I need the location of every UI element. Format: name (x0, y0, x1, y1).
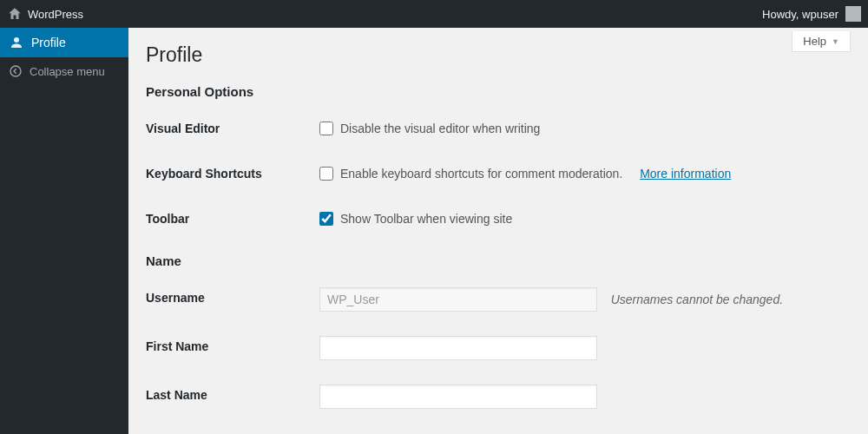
sidebar-item-profile[interactable]: Profile (0, 28, 128, 57)
page-title: Profile (146, 28, 851, 72)
help-label: Help (803, 35, 826, 48)
sidebar-profile-label: Profile (31, 36, 66, 49)
help-tab[interactable]: Help ▼ (792, 31, 851, 52)
section-name: Name (146, 253, 851, 268)
svg-point-0 (10, 66, 21, 76)
collapse-icon (9, 64, 23, 78)
section-personal-options: Personal Options (146, 84, 851, 99)
visual-editor-desc: Disable the visual editor when writing (340, 122, 540, 135)
toolbar-row[interactable]: Show Toolbar when viewing site (319, 212, 851, 226)
username-label: Username (146, 275, 319, 324)
collapse-menu[interactable]: Collapse menu (0, 57, 128, 85)
visual-editor-checkbox[interactable] (319, 122, 333, 135)
chevron-down-icon: ▼ (832, 37, 839, 46)
first-name-field[interactable] (319, 336, 597, 360)
toolbar-label: Toolbar (146, 196, 319, 241)
home-icon (7, 6, 23, 22)
collapse-label: Collapse menu (30, 65, 105, 78)
site-name: WordPress (28, 8, 83, 21)
keyboard-shortcuts-checkbox[interactable] (319, 167, 333, 181)
last-name-label: Last Name (146, 372, 319, 421)
first-name-label: First Name (146, 324, 319, 372)
keyboard-more-info-link[interactable]: More information (640, 167, 731, 181)
admin-bar: WordPress Howdy, wpuser (0, 0, 868, 28)
content-area: Help ▼ Profile Personal Options Visual E… (128, 28, 868, 434)
keyboard-shortcuts-row[interactable]: Enable keyboard shortcuts for comment mo… (319, 167, 851, 181)
visual-editor-row[interactable]: Disable the visual editor when writing (319, 122, 851, 135)
admin-sidebar: Profile Collapse menu (0, 28, 128, 434)
visual-editor-label: Visual Editor (146, 106, 319, 151)
admin-bar-right[interactable]: Howdy, wpuser (762, 6, 861, 22)
avatar (845, 6, 861, 22)
admin-bar-left[interactable]: WordPress (0, 6, 83, 22)
last-name-field[interactable] (319, 385, 597, 409)
toolbar-desc: Show Toolbar when viewing site (340, 212, 512, 226)
username-field (319, 287, 597, 312)
keyboard-shortcuts-label: Keyboard Shortcuts (146, 151, 319, 196)
user-icon (9, 35, 24, 50)
howdy-text: Howdy, wpuser (762, 8, 838, 21)
keyboard-shortcuts-desc: Enable keyboard shortcuts for comment mo… (340, 167, 622, 181)
username-desc: Usernames cannot be changed. (611, 293, 783, 306)
toolbar-checkbox[interactable] (319, 212, 333, 226)
